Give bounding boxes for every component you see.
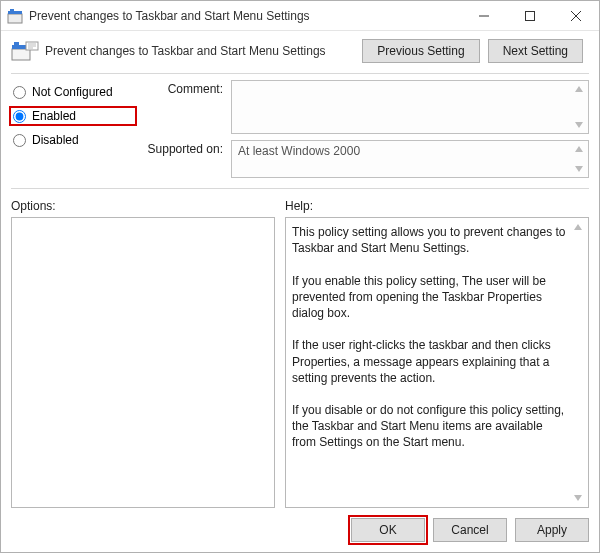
maximize-button[interactable] [507,1,553,30]
supported-on-box: At least Windows 2000 [231,140,589,178]
scroll-up-icon[interactable] [571,142,587,156]
cancel-button[interactable]: Cancel [433,518,507,542]
titlebar: Prevent changes to Taskbar and Start Men… [1,1,599,31]
radio-disabled-label: Disabled [32,133,79,147]
options-panel[interactable] [11,217,275,508]
scroll-up-icon[interactable] [571,82,587,96]
supported-on-label: Supported on: [141,140,223,156]
state-radio-group: Not Configured Enabled Disabled [11,80,135,178]
svg-marker-16 [575,146,583,152]
window-controls [461,1,599,30]
svg-rect-7 [12,49,30,60]
close-button[interactable] [553,1,599,30]
next-setting-button[interactable]: Next Setting [488,39,583,63]
svg-marker-15 [575,122,583,128]
subheader: Prevent changes to Taskbar and Start Men… [1,31,599,73]
scroll-down-icon[interactable] [571,162,587,176]
radio-not-configured-label: Not Configured [32,85,113,99]
supported-scrollbar[interactable] [571,142,587,176]
radio-disabled-input[interactable] [13,134,26,147]
svg-marker-18 [574,224,582,230]
options-column: Options: [11,195,275,508]
dialog-window: Prevent changes to Taskbar and Start Men… [0,0,600,553]
help-column: Help: This policy setting allows you to … [285,195,589,508]
comment-label: Comment: [141,80,223,96]
radio-enabled[interactable]: Enabled [11,108,135,124]
scroll-down-icon[interactable] [571,118,587,132]
help-panel[interactable]: This policy setting allows you to preven… [285,217,589,508]
svg-rect-4 [526,11,535,20]
help-scrollbar[interactable] [570,220,586,505]
svg-marker-14 [575,86,583,92]
nav-buttons: Previous Setting Next Setting [362,39,583,63]
radio-enabled-input[interactable] [13,110,26,123]
main-area: Options: Help: This policy setting allow… [1,195,599,508]
minimize-button[interactable] [461,1,507,30]
ok-button[interactable]: OK [351,518,425,542]
radio-not-configured-input[interactable] [13,86,26,99]
policy-subtitle: Prevent changes to Taskbar and Start Men… [45,44,362,58]
comment-textarea[interactable] [231,80,589,134]
supported-on-value: At least Windows 2000 [232,141,588,161]
previous-setting-button[interactable]: Previous Setting [362,39,479,63]
scroll-down-icon[interactable] [570,491,586,505]
window-icon [7,8,23,24]
svg-marker-17 [575,166,583,172]
scroll-up-icon[interactable] [570,220,586,234]
apply-button[interactable]: Apply [515,518,589,542]
footer: OK Cancel Apply [1,508,599,552]
supported-on-row: Supported on: At least Windows 2000 [141,140,589,178]
comment-scrollbar[interactable] [571,82,587,132]
radio-enabled-label: Enabled [32,109,76,123]
svg-rect-0 [8,14,22,23]
help-label: Help: [285,199,589,213]
radio-not-configured[interactable]: Not Configured [11,84,135,100]
options-label: Options: [11,199,275,213]
radio-disabled[interactable]: Disabled [11,132,135,148]
separator [11,73,589,74]
window-title: Prevent changes to Taskbar and Start Men… [29,9,461,23]
comment-row: Comment: [141,80,589,134]
policy-icon [11,41,39,61]
svg-rect-9 [14,42,19,45]
svg-rect-2 [10,9,14,11]
separator [11,188,589,189]
settings-band: Not Configured Enabled Disabled Comment: [1,80,599,188]
comment-value [232,81,588,87]
help-text: This policy setting allows you to preven… [286,218,588,457]
svg-marker-19 [574,495,582,501]
svg-rect-1 [8,11,22,14]
fields: Comment: Supported on: At [141,80,589,178]
